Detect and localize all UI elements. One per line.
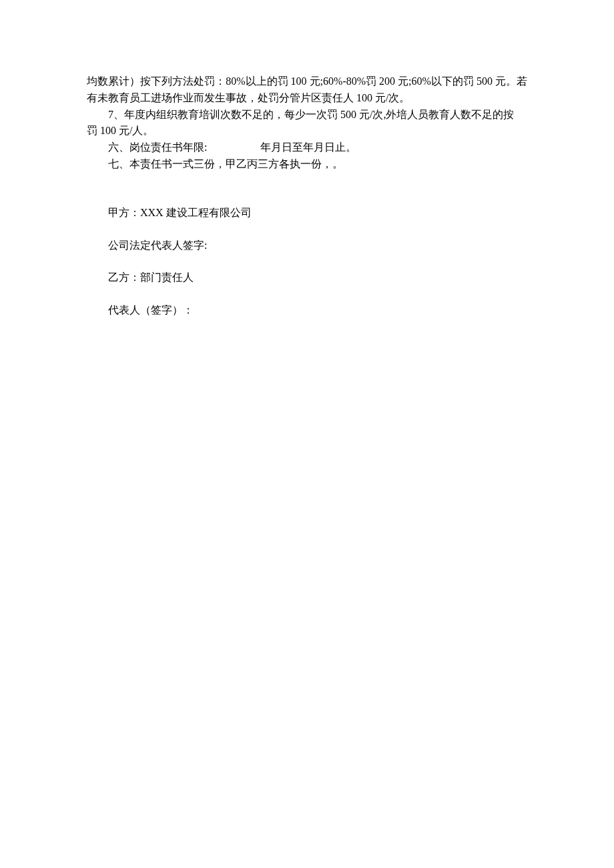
spacer bbox=[87, 189, 527, 205]
spacer bbox=[87, 254, 527, 270]
signature-party-a: 甲方：XXX 建设工程有限公司 bbox=[87, 205, 527, 222]
signature-party-b: 乙方：部门责任人 bbox=[87, 270, 527, 286]
paragraph-item-7-line2: 罚 100 元/人。 bbox=[87, 123, 527, 139]
paragraph-section-6: 六、岗位责任书年限: 年月日至年月日止。 bbox=[87, 139, 527, 156]
spacer bbox=[87, 286, 527, 302]
spacer bbox=[87, 173, 527, 189]
spacer bbox=[87, 222, 527, 238]
paragraph-continuation: 均数累计）按下列方法处罚：80%以上的罚 100 元;60%-80%罚 200 … bbox=[87, 73, 527, 107]
paragraph-item-7-line1: 7、年度内组织教育培训次数不足的，每少一次罚 500 元/次,外培人员教育人数不… bbox=[87, 107, 527, 123]
signature-party-a-rep: 公司法定代表人签字: bbox=[87, 238, 527, 254]
paragraph-section-7: 七、本责任书一式三份，甲乙丙三方各执一份，。 bbox=[87, 156, 527, 173]
signature-party-b-rep: 代表人（签字）： bbox=[87, 302, 527, 319]
